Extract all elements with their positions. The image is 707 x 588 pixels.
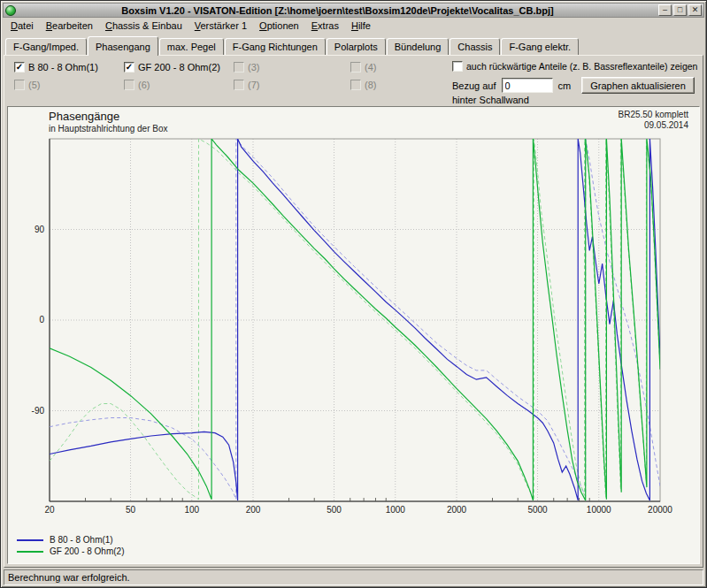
status-bar: Berechnung war erfolgreich. [4, 569, 703, 585]
checkbox-label: (4) [365, 62, 376, 73]
chart-info-date: 09.05.2014 [619, 120, 689, 131]
svg-text:-90: -90 [32, 406, 45, 416]
legend-line-sample [17, 551, 43, 553]
svg-text:90: 90 [35, 225, 45, 234]
tab-strip: F-Gang/Imped.Phasengangmax. PegelF-Gang … [3, 34, 704, 55]
checkbox-box [14, 80, 25, 90]
checkbox-box[interactable]: ✓ [14, 62, 25, 73]
app-window: Boxsim V1.20 - VISATON-Edition [Z:\home\… [0, 0, 707, 588]
tab-chassis[interactable]: Chassis [450, 38, 500, 55]
close-button[interactable]: ✕ [688, 4, 702, 16]
checkbox-label: B 80 - 8 Ohm(1) [28, 62, 98, 73]
checkbox-box [234, 80, 244, 90]
window-title: Boxsim V1.20 - VISATON-Edition [Z:\home\… [19, 5, 657, 16]
menu-verstärker-1[interactable]: Verstärker 1 [188, 19, 253, 33]
controls-panel: ✓B 80 - 8 Ohm(1)✓GF 200 - 8 Ohm(2)(3)(4)… [7, 58, 700, 104]
bezug-unit-label: cm [558, 80, 572, 91]
legend-line-sample [17, 539, 43, 541]
curve-b-80-8-ohm-1-gestrichelt [50, 139, 660, 500]
svg-text:5000: 5000 [527, 505, 548, 515]
checkbox-label: GF 200 - 8 Ohm(2) [138, 62, 220, 73]
tab-phasengang[interactable]: Phasengang [88, 36, 158, 56]
checkbox-label: (8) [365, 80, 376, 90]
legend-item-1: B 80 - 8 Ohm(1) [17, 534, 124, 546]
status-text: Berechnung war erfolgreich. [8, 572, 130, 583]
svg-text:20000: 20000 [648, 505, 672, 515]
tab-max-pegel[interactable]: max. Pegel [159, 38, 224, 55]
tab-f-gang-richtungen[interactable]: F-Gang Richtungen [225, 38, 326, 55]
svg-text:10000: 10000 [587, 505, 611, 515]
svg-text:1000: 1000 [386, 505, 406, 515]
app-icon [5, 5, 16, 16]
tab-bündelung[interactable]: Bündelung [387, 38, 450, 55]
chart-title: Phasengänge [49, 110, 119, 123]
minimize-button[interactable]: – [658, 4, 672, 16]
rear-parts-checkbox-box[interactable] [452, 61, 463, 72]
chart-info: BR25.50 komplett 09.05.2014 [619, 110, 689, 131]
tab-f-gang-elektr[interactable]: F-Gang elektr. [501, 38, 579, 55]
curve-gf-200-8-ohm-2-gestrichelt [50, 139, 660, 500]
driver-checkbox-6: (6) [124, 79, 234, 91]
maximize-button[interactable]: □ [673, 4, 687, 16]
driver-checkbox-grid: ✓B 80 - 8 Ohm(1)✓GF 200 - 8 Ohm(2)(3)(4)… [14, 61, 448, 91]
chart-panel: Phasengänge in Hauptstrahlrichtung der B… [7, 106, 700, 564]
title-bar[interactable]: Boxsim V1.20 - VISATON-Edition [Z:\home\… [3, 3, 704, 18]
chart-subtitle: in Hauptstrahlrichtung der Box [49, 124, 168, 134]
svg-text:50: 50 [126, 505, 136, 515]
legend-label: B 80 - 8 Ohm(1) [50, 535, 113, 545]
driver-checkbox-3: (3) [234, 61, 350, 73]
menu-hilfe[interactable]: Hilfe [345, 19, 377, 33]
checkbox-label: (5) [28, 80, 40, 90]
bezug-row: Bezug auf cm Graphen aktualisieren [452, 77, 695, 94]
menu-chassis-einbau[interactable]: Chassis & Einbau [99, 19, 188, 33]
menu-bearbeiten[interactable]: Bearbeiten [40, 19, 99, 33]
driver-checkbox-7: (7) [234, 79, 350, 91]
chart-legend: B 80 - 8 Ohm(1)GF 200 - 8 Ohm(2) [17, 534, 124, 557]
curve-b-80-8-ohm-1 [50, 139, 660, 500]
chart-info-project: BR25.50 komplett [619, 110, 689, 120]
checkbox-label: (3) [248, 62, 259, 73]
menu-bar: DateiBearbeitenChassis & EinbauVerstärke… [3, 18, 704, 34]
checkbox-box[interactable]: ✓ [124, 62, 134, 73]
driver-checkbox-5: (5) [14, 79, 124, 91]
svg-text:200: 200 [246, 505, 261, 515]
menu-extras[interactable]: Extras [305, 19, 345, 33]
checkbox-label: (6) [138, 80, 150, 90]
driver-checkbox-2[interactable]: ✓GF 200 - 8 Ohm(2) [124, 61, 234, 73]
menu-optionen[interactable]: Optionen [253, 19, 305, 33]
curve-gf-200-8-ohm-2 [50, 139, 660, 500]
driver-checkbox-4: (4) [350, 61, 448, 73]
menu-datei[interactable]: Datei [4, 19, 40, 33]
legend-label: GF 200 - 8 Ohm(2) [50, 546, 124, 556]
checkbox-box [124, 80, 134, 90]
svg-text:0: 0 [39, 315, 44, 325]
svg-text:100: 100 [184, 505, 199, 515]
tab-f-gang-imped[interactable]: F-Gang/Imped. [5, 38, 87, 55]
rear-parts-checkbox[interactable]: auch rückwärtige Anteile (z. B. Bassrefl… [452, 61, 697, 72]
tab-polarplots[interactable]: Polarplots [327, 38, 386, 55]
checkbox-box [350, 62, 361, 73]
svg-text:2000: 2000 [447, 505, 467, 515]
bezug-label: Bezug auf [452, 80, 496, 91]
tab-page-phasengang: ✓B 80 - 8 Ohm(1)✓GF 200 - 8 Ohm(2)(3)(4)… [4, 55, 703, 568]
legend-item-2: GF 200 - 8 Ohm(2) [17, 546, 124, 557]
phase-plot: 900-902050100200500100020005000100002000… [10, 134, 697, 533]
checkbox-box [350, 80, 361, 90]
driver-checkbox-1[interactable]: ✓B 80 - 8 Ohm(1) [14, 61, 124, 73]
checkbox-box [234, 62, 244, 73]
checkbox-label: (7) [248, 80, 259, 90]
driver-checkbox-8: (8) [350, 79, 448, 91]
svg-text:500: 500 [327, 505, 342, 515]
bezug-suffix-label: hinter Schallwand [452, 95, 529, 105]
rear-parts-checkbox-label: auch rückwärtige Anteile (z. B. Bassrefl… [466, 61, 697, 72]
bezug-input[interactable] [502, 78, 553, 93]
update-graphs-button[interactable]: Graphen aktualisieren [581, 77, 695, 94]
svg-text:20: 20 [44, 505, 55, 515]
